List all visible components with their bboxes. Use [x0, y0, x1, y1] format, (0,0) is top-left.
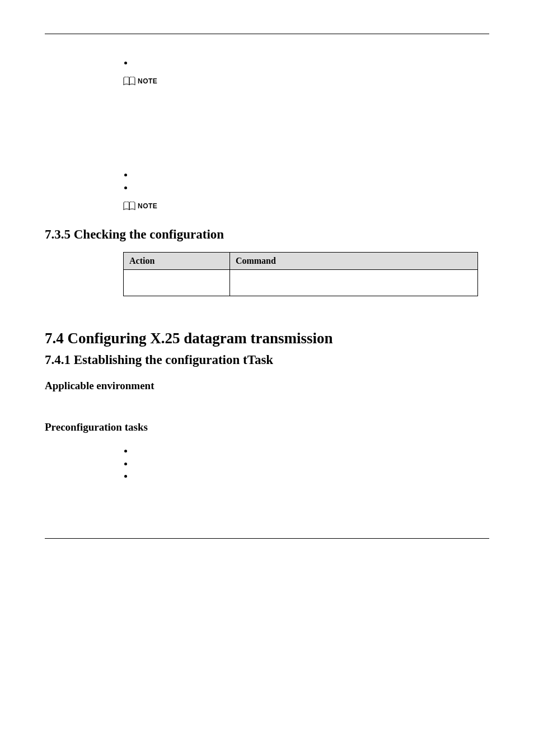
table-header-command: Command [229, 253, 477, 270]
table-cell-command [229, 270, 477, 296]
bottom-indent-block [123, 445, 478, 482]
heading-title: Configuring X.25 datagram transmission [68, 330, 333, 347]
heading-number: 7.4.1 [45, 353, 71, 367]
note-callout: NOTE [123, 202, 478, 211]
list-item [133, 181, 478, 194]
bullet-list-mid [123, 169, 478, 194]
top-indent-block: NOTE NOTE [123, 57, 478, 211]
action-command-table: Action Command [123, 252, 478, 296]
note-label: NOTE [138, 77, 157, 85]
table-row [124, 270, 478, 296]
book-icon [123, 202, 135, 211]
book-icon [123, 77, 135, 86]
list-item [133, 445, 478, 457]
heading-title: Establishing the configuration tTask [74, 353, 273, 367]
heading-7-4: 7.4 Configuring X.25 datagram transmissi… [45, 330, 489, 347]
spacer [123, 90, 478, 169]
footer-rule [45, 538, 489, 539]
note-label: NOTE [138, 202, 157, 210]
header-rule [45, 34, 489, 34]
subheading-preconfiguration-tasks: Preconfiguration tasks [45, 421, 489, 433]
heading-7-4-1: 7.4.1 Establishing the configuration tTa… [45, 353, 489, 367]
list-item [133, 458, 478, 470]
subheading-applicable-environment: Applicable environment [45, 380, 489, 392]
heading-number: 7.3.5 [45, 227, 71, 241]
table-cell-action [124, 270, 230, 296]
bullet-list-top [123, 57, 478, 69]
table-header-action: Action [124, 253, 230, 270]
heading-7-3-5: 7.3.5 Checking the configuration [45, 227, 489, 242]
list-item [133, 470, 478, 482]
heading-title: Checking the configuration [74, 227, 224, 241]
note-callout: NOTE [123, 77, 478, 86]
bullet-list-bottom [123, 445, 478, 482]
table-block: Action Command [123, 252, 478, 296]
heading-number: 7.4 [45, 330, 64, 347]
list-item [133, 169, 478, 181]
document-page: NOTE NOTE 7.3.5 Checking the configurati… [0, 0, 534, 561]
list-item [133, 57, 478, 69]
